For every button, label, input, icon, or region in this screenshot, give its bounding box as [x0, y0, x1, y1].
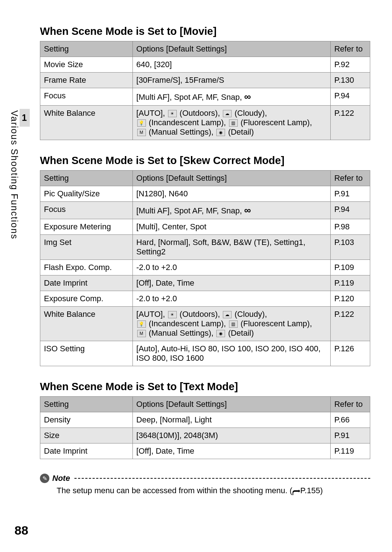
cell-options: [3648(10M)], 2048(3M): [132, 428, 330, 443]
wb-auto: [AUTO],: [136, 109, 167, 118]
cell-setting: White Balance: [40, 106, 133, 140]
table-header: Refer to: [330, 41, 370, 57]
detail-icon: ◉: [216, 330, 225, 337]
cell-options: [Auto], Auto-Hi, ISO 80, ISO 100, ISO 20…: [132, 341, 330, 366]
cell-refer: P.91: [330, 186, 370, 202]
cell-options: [Off], Date, Time: [132, 275, 330, 291]
cell-refer: P.122: [330, 106, 370, 140]
bulb-icon: 💡: [137, 320, 146, 328]
cell-setting: Date Imprint: [40, 443, 133, 459]
cell-setting: Focus: [40, 88, 133, 106]
wb-cloudy: (Cloudy),: [232, 109, 267, 118]
cell-options: -2.0 to +2.0: [132, 260, 330, 275]
table-row: Frame Rate[30Frame/S], 15Frame/SP.130: [40, 73, 370, 88]
section-title: When Scene Mode is Set to [Movie]: [40, 25, 370, 37]
table-header: Setting: [40, 397, 133, 412]
cell-options: [Multi AF], Spot AF, MF, Snap, ∞: [132, 88, 330, 106]
note-text-prefix: The setup menu can be accessed from with…: [57, 486, 292, 495]
page-number: 88: [15, 523, 28, 537]
cell-refer: P.66: [330, 412, 370, 428]
settings-table: SettingOptions [Default Settings]Refer t…: [40, 170, 370, 366]
table-row: Exposure Metering[Multi], Center, SpotP.…: [40, 219, 370, 235]
table-row: Focus[Multi AF], Spot AF, MF, Snap, ∞P.9…: [40, 202, 370, 219]
section-title: When Scene Mode is Set to [Text Mode]: [40, 381, 370, 393]
cell-setting: Movie Size: [40, 57, 133, 73]
table-header: Options [Default Settings]: [132, 171, 330, 186]
cell-options: [Multi], Center, Spot: [132, 219, 330, 235]
cell-refer: P.130: [330, 73, 370, 88]
cell-setting: Flash Expo. Comp.: [40, 260, 133, 275]
cell-setting: Pic Quality/Size: [40, 186, 133, 202]
table-row: Date Imprint[Off], Date, TimeP.119: [40, 443, 370, 459]
table-header: Setting: [40, 171, 133, 186]
wb-fluorescent: (Fluorescent Lamp),: [238, 319, 312, 328]
note-label: Note: [52, 474, 70, 483]
cell-refer: P.120: [330, 291, 370, 307]
table-row: Img SetHard, [Normal], Soft, B&W, B&W (T…: [40, 235, 370, 260]
table-row: Date Imprint[Off], Date, TimeP.119: [40, 275, 370, 291]
wb-manual: (Manual Settings),: [147, 127, 216, 136]
cell-refer: P.98: [330, 219, 370, 235]
focus-prefix: [Multi AF], Spot AF, MF, Snap,: [136, 206, 244, 215]
table-header: Refer to: [330, 171, 370, 186]
chapter-number: 1: [20, 109, 30, 127]
note-dash-line: [74, 478, 370, 479]
cell-options: -2.0 to +2.0: [132, 291, 330, 307]
wb-fluorescent: (Fluorescent Lamp),: [238, 118, 312, 127]
wb-outdoors: (Outdoors),: [177, 109, 222, 118]
cell-options: [N1280], N640: [132, 186, 330, 202]
wb-detail: (Detail): [226, 328, 254, 338]
cell-refer: P.109: [330, 260, 370, 275]
pointer-icon: [292, 488, 300, 494]
cell-options-wb: [AUTO], ☀ (Outdoors), ☁ (Cloudy),💡 (Inca…: [132, 307, 330, 341]
cell-refer: P.94: [330, 88, 370, 106]
sun-icon: ☀: [168, 110, 177, 117]
cell-refer: P.126: [330, 341, 370, 366]
settings-table: SettingOptions [Default Settings]Refer t…: [40, 396, 370, 459]
focus-prefix: [Multi AF], Spot AF, MF, Snap,: [136, 93, 244, 102]
cell-setting: Img Set: [40, 235, 133, 260]
table-row: DensityDeep, [Normal], LightP.66: [40, 412, 370, 428]
side-tab: 1 Various Shooting Functions: [9, 109, 30, 241]
chapter-label: Various Shooting Functions: [8, 109, 21, 241]
wb-detail: (Detail): [226, 127, 254, 136]
cell-setting: Frame Rate: [40, 73, 133, 88]
wb-auto: [AUTO],: [136, 310, 167, 319]
fluorescent-icon: ▥: [229, 119, 238, 127]
cell-setting: Date Imprint: [40, 275, 133, 291]
cell-setting: ISO Setting: [40, 341, 133, 366]
cell-options: [30Frame/S], 15Frame/S: [132, 73, 330, 88]
note-block: ✎ Note The setup menu can be accessed fr…: [40, 474, 370, 495]
manual-icon: M: [137, 330, 146, 337]
table-row: ISO Setting[Auto], Auto-Hi, ISO 80, ISO …: [40, 341, 370, 366]
table-row: Pic Quality/Size[N1280], N640P.91: [40, 186, 370, 202]
table-header: Setting: [40, 41, 133, 57]
note-text: The setup menu can be accessed from with…: [57, 486, 370, 495]
sun-icon: ☀: [168, 311, 177, 318]
wb-cloudy: (Cloudy),: [232, 310, 267, 319]
manual-icon: M: [137, 129, 146, 136]
cell-setting: White Balance: [40, 307, 133, 341]
table-header: Options [Default Settings]: [132, 41, 330, 57]
infinity-icon: ∞: [244, 205, 251, 216]
note-icon: ✎: [40, 474, 49, 483]
cell-refer: P.122: [330, 307, 370, 341]
cloud-icon: ☁: [223, 110, 232, 117]
cell-refer: P.92: [330, 57, 370, 73]
infinity-icon: ∞: [244, 91, 251, 102]
table-row: Size[3648(10M)], 2048(3M)P.91: [40, 428, 370, 443]
cell-options-wb: [AUTO], ☀ (Outdoors), ☁ (Cloudy),💡 (Inca…: [132, 106, 330, 140]
cell-setting: Density: [40, 412, 133, 428]
wb-incandescent: (Incandescent Lamp),: [147, 319, 228, 328]
table-header: Options [Default Settings]: [132, 397, 330, 412]
cell-options: [Off], Date, Time: [132, 443, 330, 459]
cell-options: Deep, [Normal], Light: [132, 412, 330, 428]
table-row: White Balance[AUTO], ☀ (Outdoors), ☁ (Cl…: [40, 307, 370, 341]
cell-setting: Focus: [40, 202, 133, 219]
detail-icon: ◉: [216, 129, 225, 136]
table-row: White Balance[AUTO], ☀ (Outdoors), ☁ (Cl…: [40, 106, 370, 140]
cell-refer: P.91: [330, 428, 370, 443]
cloud-icon: ☁: [223, 311, 232, 318]
table-row: Flash Expo. Comp.-2.0 to +2.0P.109: [40, 260, 370, 275]
cell-refer: P.119: [330, 443, 370, 459]
